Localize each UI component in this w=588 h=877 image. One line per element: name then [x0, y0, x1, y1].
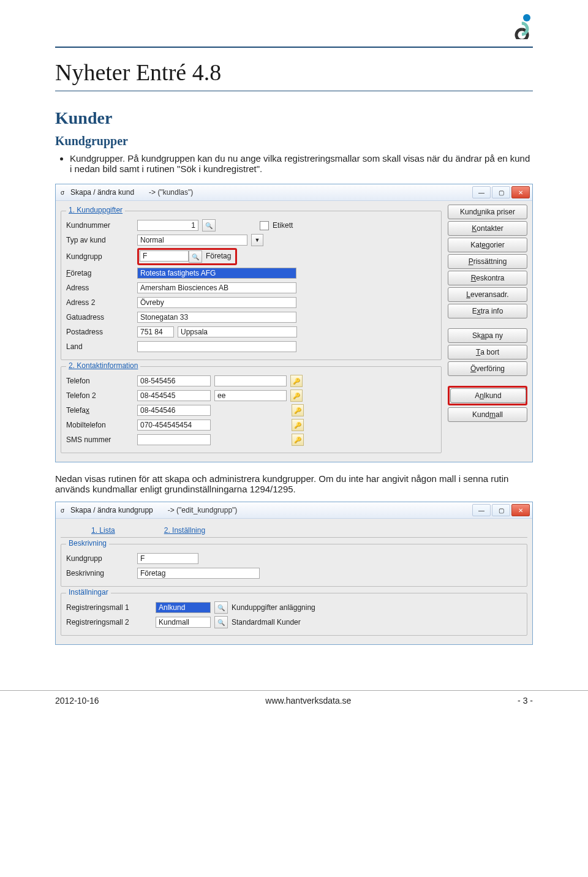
tab-lista[interactable]: 1. Lista — [85, 525, 121, 536]
label-mobil: Mobiltelefon — [66, 421, 134, 429]
gatuadress-field[interactable]: Stonegatan 33 — [137, 312, 296, 323]
group-installningar: Inställningar Registreringsmall 1 Anlkun… — [61, 593, 527, 636]
kundnummer-field[interactable]: 1 — [137, 220, 198, 231]
key-icon[interactable]: 🔑 — [290, 375, 303, 387]
maximize-button[interactable]: ▢ — [492, 186, 510, 198]
telefon2-field[interactable]: 08-454545 — [137, 390, 211, 401]
window-title: Skapa / ändra kund — [70, 188, 134, 197]
group-kontaktinformation: 2. Kontaktinformation Telefon 08-545456 … — [61, 366, 442, 453]
anlkund-button[interactable]: Anlkund — [450, 388, 526, 403]
page-title: Nyheter Entré 4.8 — [55, 59, 533, 86]
group-title: 1. Kunduppgifter — [66, 206, 125, 214]
label-regmall-1: Registreringsmall 1 — [66, 603, 152, 612]
key-icon[interactable]: 🔑 — [292, 404, 304, 416]
reskontra-button[interactable]: Reskontra — [448, 271, 527, 285]
window-skapa-andra-kundgrupp: σ Skapa / ändra kundgrupp -> ("edit_kund… — [55, 502, 533, 645]
kundgrupp-code-field[interactable]: F — [140, 250, 189, 262]
group-title: Beskrivning — [66, 539, 109, 548]
label-gatuadress: Gatuadress — [66, 313, 134, 322]
footer-date: 2012-10-16 — [55, 696, 99, 706]
kontakter-button[interactable]: Kontakter — [448, 221, 527, 236]
minimize-button[interactable]: — — [472, 186, 491, 198]
window-title: Skapa / ändra kundgrupp — [70, 506, 153, 514]
label-kundgrupp: Kundgrupp — [66, 554, 134, 563]
regmall2-field[interactable]: Kundmall — [156, 617, 211, 628]
regmall1-field[interactable]: Anlkund — [156, 602, 211, 613]
maximize-button[interactable]: ▢ — [492, 504, 510, 516]
window-title-suffix: -> ("kundlas") — [149, 188, 193, 197]
logo — [511, 13, 533, 42]
close-button[interactable]: ✕ — [511, 186, 530, 198]
lookup-icon[interactable]: 🔍 — [214, 616, 228, 628]
app-icon: σ — [58, 188, 67, 197]
group-title: Inställningar — [66, 588, 111, 597]
ta-bort-button[interactable]: Ta bort — [448, 345, 527, 359]
body-paragraph: Nedan visas rutinen för att skapa och ad… — [55, 473, 533, 494]
key-icon[interactable]: 🔑 — [290, 390, 303, 402]
label-postadress: Postadress — [66, 328, 134, 336]
kundunika-priser-button[interactable]: Kundunika priser — [448, 205, 527, 219]
sms-field[interactable] — [137, 434, 211, 445]
postort-field[interactable]: Uppsala — [178, 326, 297, 337]
label-foretag: Företag — [66, 269, 134, 277]
telefax-field[interactable]: 08-454546 — [137, 405, 211, 416]
label-adress: Adress — [66, 284, 134, 292]
regmall2-desc: Standardmall Kunder — [232, 618, 301, 627]
label-telefax: Telefax — [66, 406, 134, 415]
land-field[interactable] — [137, 341, 296, 352]
close-button[interactable]: ✕ — [511, 504, 530, 516]
overforing-button[interactable]: Överföring — [448, 361, 527, 376]
telefon-ext-field[interactable] — [214, 375, 287, 386]
chevron-down-icon[interactable]: ▼ — [251, 234, 263, 246]
header-rule — [55, 47, 533, 48]
key-icon[interactable]: 🔑 — [292, 434, 304, 446]
lookup-icon[interactable]: 🔍 — [189, 250, 202, 263]
etikett-checkbox[interactable] — [260, 221, 269, 230]
label-kundnummer: Kundnummer — [66, 221, 134, 230]
typ-av-kund-field[interactable]: Normal — [137, 235, 247, 246]
leveransadr-button[interactable]: Leveransadr. — [448, 287, 527, 302]
skapa-ny-button[interactable]: Skapa ny — [448, 328, 527, 343]
mobil-field[interactable]: 070-454545454 — [137, 420, 211, 431]
telefon2-ext-field[interactable]: ee — [214, 390, 287, 401]
subsection-heading: Kundgrupper — [55, 134, 533, 148]
lookup-icon[interactable]: 🔍 — [214, 601, 228, 614]
tab-installning[interactable]: 2. Inställning — [158, 525, 211, 536]
page-footer: 2012-10-16 www.hantverksdata.se - 3 - — [0, 690, 588, 714]
kategorier-button[interactable]: Kategorier — [448, 238, 527, 252]
footer-url: www.hantverksdata.se — [265, 696, 351, 706]
label-beskrivning: Beskrivning — [66, 569, 134, 578]
kundgrupp-field[interactable]: F — [137, 553, 198, 564]
highlight-box: F 🔍 Företag — [137, 248, 237, 265]
app-icon: σ — [58, 506, 67, 514]
minimize-button[interactable]: — — [472, 504, 491, 516]
regmall1-desc: Kunduppgifter anläggning — [232, 603, 315, 612]
key-icon[interactable]: 🔑 — [292, 419, 304, 431]
prissattning-button[interactable]: Prissättning — [448, 254, 527, 269]
kundmall-button[interactable]: Kundmall — [448, 407, 527, 422]
group-kunduppgifter: 1. Kunduppgifter Kundnummer 1 🔍 Etikett … — [61, 211, 442, 360]
label-regmall-2: Registreringsmall 2 — [66, 618, 152, 627]
beskrivning-field[interactable]: Företag — [137, 568, 260, 579]
adress2-field[interactable]: Övreby — [137, 297, 296, 308]
kundgrupp-name: Företag — [202, 250, 235, 263]
side-button-column: Kundunika priser Kontakter Kategorier Pr… — [448, 205, 527, 422]
label-land: Land — [66, 342, 134, 351]
lookup-icon[interactable]: 🔍 — [202, 219, 216, 231]
window-skapa-andra-kund: σ Skapa / ändra kund -> ("kundlas") — ▢ … — [55, 184, 533, 462]
label-telefon: Telefon — [66, 377, 134, 385]
highlight-box: Anlkund — [448, 386, 527, 405]
extra-info-button[interactable]: Extra info — [448, 304, 527, 318]
adress-field[interactable]: Amersham Biosciences AB — [137, 282, 296, 293]
foretag-field[interactable]: Rotesta fastighets AFG — [137, 268, 296, 279]
section-heading: Kunder — [55, 108, 533, 128]
window-title-suffix: -> ("edit_kundgrupp") — [168, 506, 238, 514]
label-etikett: Etikett — [273, 221, 293, 230]
telefon-field[interactable]: 08-545456 — [137, 375, 211, 386]
label-kundgrupp: Kundgrupp — [66, 252, 134, 261]
label-sms: SMS nummer — [66, 435, 134, 444]
svg-point-0 — [523, 14, 530, 21]
tab-bar: 1. Lista 2. Inställning — [61, 522, 527, 538]
label-typ-av-kund: Typ av kund — [66, 236, 134, 244]
postnr-field[interactable]: 751 84 — [137, 326, 174, 337]
